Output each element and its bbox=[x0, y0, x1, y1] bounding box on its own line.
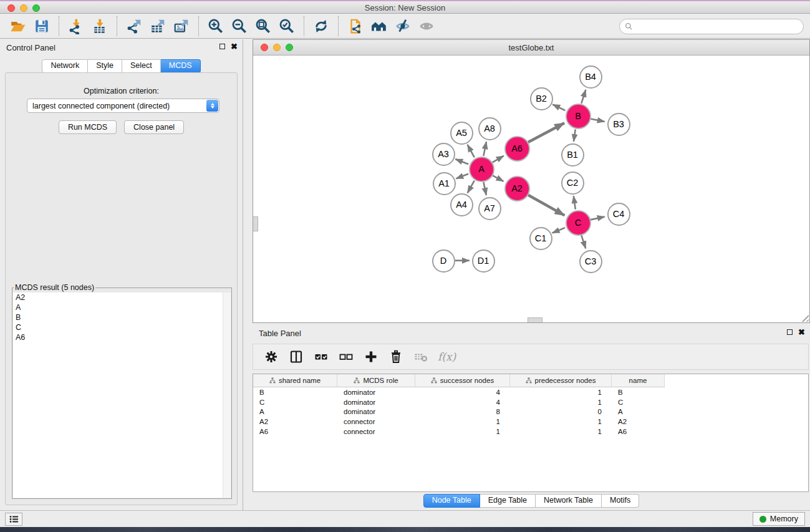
export-table-button[interactable] bbox=[148, 17, 167, 36]
edge-B-B2[interactable] bbox=[552, 105, 565, 111]
table-row[interactable]: Adominator80A bbox=[253, 407, 808, 417]
home-button[interactable] bbox=[370, 17, 388, 36]
float-table-panel-icon[interactable] bbox=[787, 329, 793, 335]
result-item[interactable]: A bbox=[13, 302, 231, 312]
node-C3[interactable]: C3 bbox=[579, 250, 602, 273]
search-input[interactable] bbox=[633, 22, 803, 31]
column-header-successor-nodes[interactable]: successor nodes bbox=[415, 374, 510, 387]
clone-network-button[interactable] bbox=[346, 17, 365, 36]
zoom-out-button[interactable] bbox=[230, 17, 249, 36]
refresh-button[interactable] bbox=[312, 17, 330, 36]
search-box[interactable] bbox=[619, 19, 804, 34]
zoom-fit-button[interactable] bbox=[254, 17, 272, 36]
network-canvas[interactable]: B4B2BB3A5A8A6A3B1AA1C2A2A4A7C4CC1DD1C3 bbox=[253, 56, 809, 322]
node-B3[interactable]: B3 bbox=[607, 113, 630, 136]
node-D1[interactable]: D1 bbox=[472, 249, 495, 273]
canvas-left-grip[interactable] bbox=[253, 216, 258, 231]
hide-details-button[interactable] bbox=[393, 17, 412, 36]
result-item[interactable]: A2 bbox=[13, 293, 231, 302]
export-network-button[interactable] bbox=[125, 17, 143, 36]
result-item[interactable]: A6 bbox=[13, 332, 231, 342]
canvas-bottom-grip[interactable] bbox=[528, 317, 542, 322]
node-A3[interactable]: A3 bbox=[432, 143, 455, 166]
zoom-selected-button[interactable] bbox=[277, 17, 296, 36]
tab-network-table[interactable]: Network Table bbox=[536, 494, 602, 508]
edge-B-B4[interactable] bbox=[581, 90, 586, 104]
edge-A-A6[interactable] bbox=[493, 156, 504, 162]
node-C2[interactable]: C2 bbox=[561, 172, 584, 195]
node-A1[interactable]: A1 bbox=[433, 172, 456, 195]
node-A8[interactable]: A8 bbox=[478, 117, 501, 140]
table-row[interactable]: Bdominator41B bbox=[253, 387, 808, 397]
node-C1[interactable]: C1 bbox=[529, 227, 552, 250]
node-A4[interactable]: A4 bbox=[450, 193, 473, 216]
node-B[interactable]: B bbox=[566, 104, 591, 129]
save-button[interactable] bbox=[32, 17, 51, 36]
edge-A-A5[interactable] bbox=[468, 145, 475, 157]
tab-style[interactable]: Style bbox=[88, 59, 122, 73]
export-image-button[interactable] bbox=[172, 17, 191, 36]
node-A2[interactable]: A2 bbox=[504, 176, 530, 201]
edge-C-C4[interactable] bbox=[591, 216, 605, 220]
zoom-in-button[interactable] bbox=[206, 17, 225, 36]
column-header-predecessor-nodes[interactable]: predecessor nodes bbox=[510, 374, 612, 387]
edge-A-A8[interactable] bbox=[483, 142, 486, 156]
edge-A-A2[interactable] bbox=[493, 175, 503, 181]
gear-button[interactable] bbox=[261, 347, 282, 366]
add-button[interactable] bbox=[360, 347, 382, 366]
edge-A2-C[interactable] bbox=[528, 195, 565, 215]
deselect-all-button[interactable] bbox=[335, 347, 357, 366]
edge-C-C2[interactable] bbox=[574, 196, 576, 209]
edge-A-A1[interactable] bbox=[456, 174, 468, 179]
table-row[interactable]: Cdominator41C bbox=[253, 397, 808, 407]
edge-C-C1[interactable] bbox=[552, 228, 565, 233]
tab-mcds[interactable]: MCDS bbox=[161, 59, 201, 73]
import-network-button[interactable] bbox=[67, 17, 85, 36]
tab-motifs[interactable]: Motifs bbox=[602, 494, 639, 508]
tab-edge-table[interactable]: Edge Table bbox=[480, 494, 536, 508]
close-table-panel-icon[interactable]: ✖ bbox=[798, 329, 805, 336]
node-C4[interactable]: C4 bbox=[607, 203, 630, 226]
tab-node-table[interactable]: Node Table bbox=[423, 494, 480, 508]
tab-network[interactable]: Network bbox=[42, 59, 88, 73]
node-A6[interactable]: A6 bbox=[504, 136, 530, 162]
criterion-dropdown[interactable]: largest connected component (directed) bbox=[27, 99, 219, 113]
column-header-shared-name[interactable]: shared name bbox=[253, 374, 337, 387]
show-details-button[interactable] bbox=[417, 17, 436, 36]
node-table[interactable]: shared nameMCDS rolesuccessor nodesprede… bbox=[253, 374, 809, 492]
close-panel-button[interactable]: Close panel bbox=[124, 120, 184, 134]
float-panel-icon[interactable] bbox=[219, 44, 225, 49]
edge-C-C3[interactable] bbox=[581, 235, 586, 248]
node-A7[interactable]: A7 bbox=[478, 197, 501, 220]
table-row[interactable]: A2connector11A2 bbox=[253, 417, 808, 427]
result-list-scrollbar[interactable] bbox=[223, 293, 231, 498]
result-item[interactable]: C bbox=[13, 322, 231, 332]
node-B1[interactable]: B1 bbox=[561, 143, 584, 167]
network-window-titlebar[interactable]: testGlobe.txt bbox=[253, 40, 809, 56]
node-C[interactable]: C bbox=[566, 210, 591, 236]
mcds-result-list[interactable]: A2ABCA6 bbox=[13, 293, 231, 498]
edge-A-A3[interactable] bbox=[455, 159, 468, 164]
columns-button[interactable] bbox=[286, 347, 307, 366]
edge-A-A7[interactable] bbox=[483, 182, 486, 195]
tab-select[interactable]: Select bbox=[122, 59, 161, 73]
result-item[interactable]: B bbox=[13, 312, 231, 322]
task-history-button[interactable] bbox=[5, 513, 22, 526]
table-row[interactable]: A6connector11A6 bbox=[253, 427, 808, 437]
edge-A-A4[interactable] bbox=[468, 181, 475, 193]
node-D[interactable]: D bbox=[432, 249, 455, 273]
node-B4[interactable]: B4 bbox=[579, 65, 602, 89]
node-A5[interactable]: A5 bbox=[450, 122, 473, 145]
memory-button[interactable]: Memory bbox=[753, 512, 805, 526]
column-header-name[interactable]: name bbox=[612, 374, 665, 387]
edge-B-B1[interactable] bbox=[574, 130, 576, 142]
function-builder-button[interactable]: f(x) bbox=[438, 351, 456, 363]
select-all-button[interactable] bbox=[311, 347, 332, 366]
node-B2[interactable]: B2 bbox=[530, 87, 553, 110]
node-A[interactable]: A bbox=[469, 157, 494, 182]
edge-B-B3[interactable] bbox=[591, 118, 605, 122]
column-header-MCDS-role[interactable]: MCDS role bbox=[337, 374, 415, 387]
run-mcds-button[interactable]: Run MCDS bbox=[59, 120, 117, 134]
open-button[interactable] bbox=[9, 17, 27, 36]
trash-button[interactable] bbox=[385, 347, 407, 366]
